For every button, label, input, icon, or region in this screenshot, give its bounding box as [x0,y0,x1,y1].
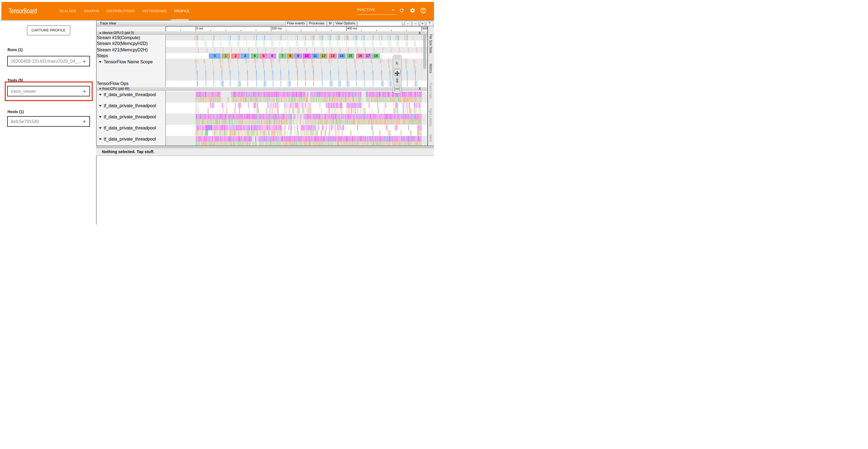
svg-text:400 ms: 400 ms [347,27,357,30]
svg-text:600: 600 [422,27,427,30]
svg-text:200 ms: 200 ms [272,27,282,30]
svg-text:0 ms: 0 ms [196,27,203,30]
svg-text:?: ? [422,9,424,12]
